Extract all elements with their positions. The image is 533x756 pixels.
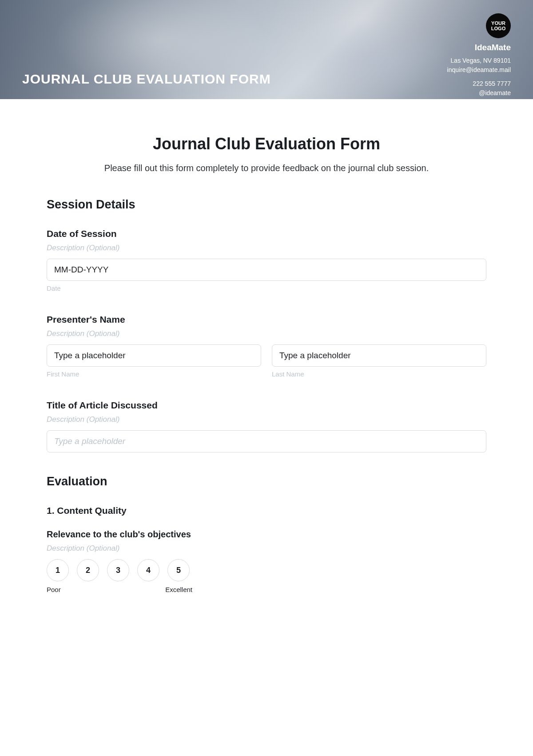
- article-title-description: Description (Optional): [47, 415, 486, 424]
- date-sublabel: Date: [47, 284, 486, 292]
- rating-2[interactable]: 2: [77, 559, 99, 581]
- company-name: IdeaMate: [447, 43, 511, 52]
- hero-title: JOURNAL CLUB EVALUATION FORM: [22, 72, 271, 87]
- field-relevance: Relevance to the club's objectives Descr…: [47, 529, 486, 593]
- last-name-sublabel: Last Name: [272, 370, 486, 378]
- form-title: Journal Club Evaluation Form: [47, 135, 486, 153]
- hero-banner: JOURNAL CLUB EVALUATION FORM YOUR LOGO I…: [0, 0, 533, 99]
- form-body: Journal Club Evaluation Form Please fill…: [0, 99, 533, 620]
- article-title-input[interactable]: [47, 430, 486, 452]
- logo-placeholder: YOUR LOGO: [486, 13, 511, 38]
- section-evaluation: Evaluation: [47, 475, 486, 488]
- relevance-description: Description (Optional): [47, 544, 486, 553]
- form-subtitle: Please fill out this form completely to …: [47, 163, 486, 173]
- field-date: Date of Session Description (Optional) D…: [47, 228, 486, 292]
- date-input[interactable]: [47, 259, 486, 281]
- rating-scale: 1 2 3 4 5: [47, 559, 486, 581]
- article-title-label: Title of Article Discussed: [47, 400, 486, 411]
- hero-contact-block: YOUR LOGO IdeaMate Las Vegas, NV 89101 i…: [447, 13, 511, 98]
- first-name-sublabel: First Name: [47, 370, 261, 378]
- rating-anchor-labels: Poor Excellent: [47, 586, 192, 593]
- relevance-label: Relevance to the club's objectives: [47, 529, 486, 540]
- presenter-label: Presenter's Name: [47, 314, 486, 325]
- company-phone: 222 555 7777: [447, 79, 511, 88]
- rating-high-label: Excellent: [165, 586, 192, 593]
- field-presenter: Presenter's Name Description (Optional) …: [47, 314, 486, 378]
- field-article-title: Title of Article Discussed Description (…: [47, 400, 486, 452]
- company-handle: @ideamate: [447, 88, 511, 98]
- evaluation-q1-heading: 1. Content Quality: [47, 505, 486, 516]
- first-name-input[interactable]: [47, 344, 261, 367]
- rating-4[interactable]: 4: [137, 559, 159, 581]
- presenter-description: Description (Optional): [47, 329, 486, 338]
- rating-5[interactable]: 5: [167, 559, 190, 581]
- rating-low-label: Poor: [47, 586, 61, 593]
- rating-3[interactable]: 3: [107, 559, 129, 581]
- date-description: Description (Optional): [47, 244, 486, 252]
- date-label: Date of Session: [47, 228, 486, 239]
- company-email: inquire@ideamate.mail: [447, 65, 511, 75]
- company-address: Las Vegas, NV 89101: [447, 56, 511, 65]
- last-name-input[interactable]: [272, 344, 486, 367]
- section-session-details: Session Details: [47, 198, 486, 212]
- rating-1[interactable]: 1: [47, 559, 69, 581]
